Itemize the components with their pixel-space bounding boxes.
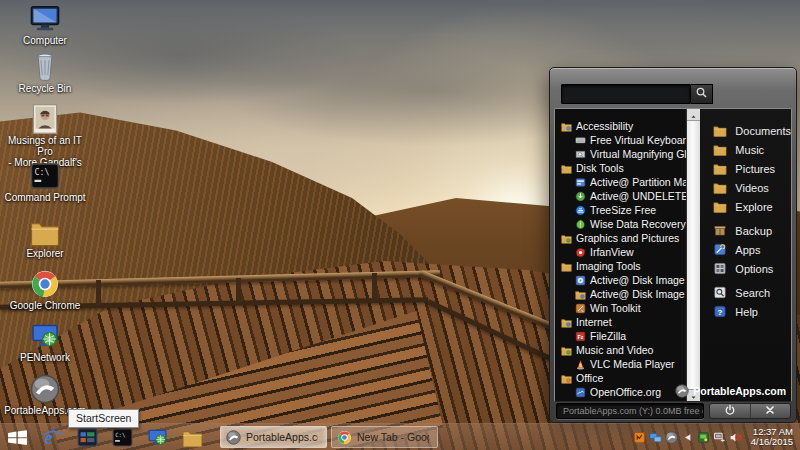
desktop-icon-command-prompt[interactable]: C:\ Command Prompt (0, 161, 90, 203)
taskbar-explorer[interactable] (175, 424, 210, 450)
menu-app-label: OpenOffice.org (590, 386, 661, 398)
menu-app-item[interactable]: Active@ Disk Image Explore (559, 287, 686, 301)
taskbar-penetwork[interactable] (140, 424, 175, 450)
menu-shortcut-label: Music (735, 144, 764, 156)
shortcut-options[interactable]: Options (713, 259, 791, 278)
menu-app-label: Active@ Disk Image Explore (590, 288, 686, 300)
menu-app-item[interactable]: Active@ UNDELETE - Data R (559, 189, 686, 203)
penetwork-icon (147, 427, 168, 448)
shortcut-pictures[interactable]: Pictures (713, 159, 791, 178)
shortcut-backup[interactable]: Backup (713, 221, 791, 240)
portableapps-logo[interactable]: PortableApps.com (675, 384, 786, 398)
taskbar-window-label: New Tab - Googl... (357, 431, 429, 443)
menu-app-item[interactable]: Win Toolkit (559, 301, 686, 315)
taskbar-internet-explorer[interactable]: e (35, 424, 70, 450)
shortcut-explore[interactable]: Explore (713, 197, 791, 216)
desktop-icon-penetwork[interactable]: PENetwork (0, 321, 90, 363)
menu-app-item[interactable]: Free Virtual Keyboard (559, 133, 686, 147)
scroll-up-button[interactable] (687, 109, 700, 120)
shortcut-music[interactable]: Music (713, 140, 791, 159)
menu-app-item[interactable]: Wise Data Recovery (559, 217, 686, 231)
computer-icon (30, 4, 60, 34)
menu-app-item[interactable]: Music and Video (559, 343, 686, 357)
desktop-icon-recycle-bin[interactable]: Recycle Bin (0, 52, 90, 94)
backup-icon (713, 224, 727, 237)
menu-app-item[interactable]: Virtual Magnifying Glass (559, 147, 686, 161)
scrollbar-thumb[interactable] (687, 120, 700, 390)
desktop-icon-label: Recycle Bin (0, 83, 90, 94)
shortcut-documents[interactable]: Documents (713, 121, 791, 140)
folder-icon (713, 200, 727, 213)
desktop-icon-label: PENetwork (0, 352, 90, 363)
desktop: Computer Recycle Bin Musings of an IT Pr… (0, 0, 92, 424)
desktop-icon-label: Command Prompt (0, 192, 90, 203)
chrome-icon (337, 430, 352, 445)
close-button[interactable] (750, 404, 791, 418)
menu-shortcut-label: Options (735, 263, 773, 275)
tray-volume-muted[interactable] (729, 431, 742, 444)
desktop-icon-label: Explorer (0, 248, 90, 259)
desktop-icon-label: Computer (0, 35, 90, 46)
folder-icon (713, 162, 727, 175)
wintoolkit-icon (575, 303, 586, 314)
shortcut-search[interactable]: Search (713, 283, 791, 302)
menu-app-item[interactable]: OpenOffice.org (559, 385, 686, 399)
tray-app-green[interactable] (697, 431, 710, 444)
screen: Computer Recycle Bin Musings of an IT Pr… (0, 0, 800, 450)
menu-app-item[interactable]: Imaging Tools (559, 259, 686, 273)
recycle-icon (30, 52, 60, 82)
tray-network-computers[interactable] (649, 431, 662, 444)
menu-app-label: Accessibility (576, 120, 633, 132)
menu-app-label: Wise Data Recovery (590, 218, 686, 230)
tray-network-status[interactable] (713, 431, 726, 444)
menu-app-item[interactable]: Active@ Partition Manager (559, 175, 686, 189)
menu-shortcut-label: Explore (735, 201, 772, 213)
menu-app-label: Free Virtual Keyboard (590, 134, 686, 146)
menu-app-label: Internet (576, 316, 612, 328)
search-input[interactable] (561, 84, 691, 104)
menu-app-label: Office (576, 372, 603, 384)
tray-hidden-icons-arrow[interactable] (681, 431, 694, 444)
close-icon (764, 403, 776, 419)
partition-icon (575, 177, 586, 188)
menu-shortcut-label: Documents (735, 125, 791, 137)
start-button[interactable] (0, 424, 35, 450)
search-icon (695, 85, 708, 103)
taskbar-window-portableapps[interactable]: PortableApps.co... (220, 426, 327, 448)
tray-portableapps[interactable] (665, 431, 678, 444)
menu-shortcut-label: Pictures (735, 163, 775, 175)
cone-icon (575, 359, 586, 370)
magnifier-app-icon (575, 149, 586, 160)
menu-app-item[interactable]: TreeSize Free (559, 203, 686, 217)
shortcut-videos[interactable]: Videos (713, 178, 791, 197)
menu-shortcut-label: Help (735, 306, 758, 318)
folder-icon (713, 143, 727, 156)
menu-bottom-bar: PortableApps.com (Y:) 0.0MB free of 1.7G… (556, 403, 791, 419)
search-button[interactable] (691, 84, 713, 104)
photo-icon (30, 104, 60, 134)
power-button[interactable] (710, 404, 750, 418)
desktop-icon-computer[interactable]: Computer (0, 4, 90, 46)
tray-app-orange[interactable] (633, 431, 646, 444)
menu-app-item[interactable]: Internet (559, 315, 686, 329)
svg-text:Fz: Fz (578, 333, 584, 339)
menu-app-item[interactable]: IrfanView (559, 245, 686, 259)
desktop-icon-explorer[interactable]: Explorer (0, 217, 90, 259)
menu-app-item[interactable]: Accessibility (559, 119, 686, 133)
desktop-icon-google-chrome[interactable]: Google Chrome (0, 269, 90, 311)
penetwork-icon (30, 321, 60, 351)
menu-app-item[interactable]: Office (559, 371, 686, 385)
menu-app-label: Disk Tools (576, 162, 624, 174)
shortcut-help[interactable]: ? Help (713, 302, 791, 321)
clock-date: 4/16/2015 (751, 437, 793, 448)
menu-app-item[interactable]: Disk Tools (559, 161, 686, 175)
menu-app-item[interactable]: Graphics and Pictures (559, 231, 686, 245)
taskbar-window-chrome[interactable]: New Tab - Googl... (331, 426, 438, 448)
menu-app-item[interactable]: Fz FileZilla (559, 329, 686, 343)
menu-buttons (709, 403, 791, 419)
clock[interactable]: 12:37 AM 4/16/2015 (751, 427, 793, 448)
shortcut-apps[interactable]: Apps (713, 240, 791, 259)
menu-app-item[interactable]: VLC Media Player (559, 357, 686, 371)
menu-app-item[interactable]: Active@ Disk Image (559, 273, 686, 287)
wise-icon (575, 219, 586, 230)
